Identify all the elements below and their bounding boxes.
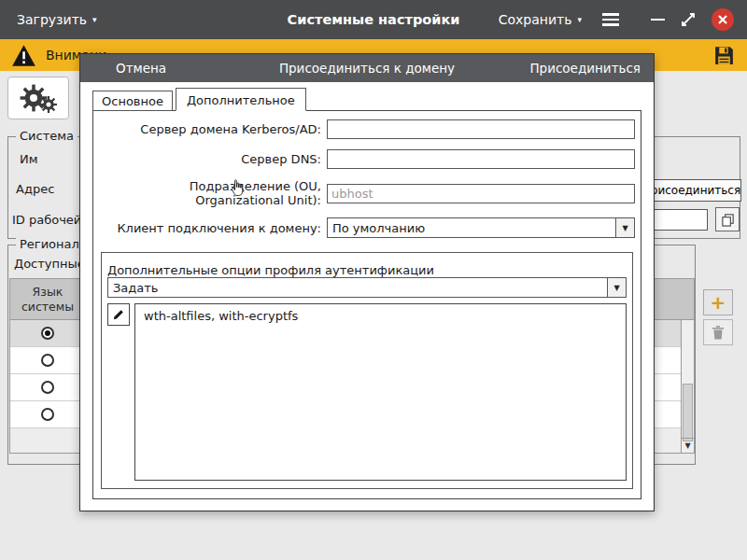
minimize-button[interactable] <box>651 19 665 21</box>
join-button[interactable]: Присоединиться <box>529 61 641 76</box>
chevron-down-icon[interactable]: ▼ <box>615 218 634 237</box>
edit-options-button[interactable] <box>107 303 130 326</box>
gear-icon <box>39 95 58 114</box>
language-radio[interactable] <box>41 408 54 421</box>
ou-input[interactable] <box>327 184 635 203</box>
menu-icon[interactable] <box>602 13 619 26</box>
join-domain-button-partial[interactable]: рисоединиться <box>650 179 741 202</box>
save-file-icon[interactable] <box>712 44 736 67</box>
chevron-down-icon: ▾ <box>92 16 97 24</box>
pencil-icon <box>112 308 125 321</box>
titlebar-actions: Сохранить ▾ <box>499 8 734 31</box>
auth-options-text[interactable]: wth-altfiles, with-ecryptfs <box>134 303 627 481</box>
fullscreen-button[interactable] <box>680 11 697 28</box>
workgroup-id-label: ID рабочей <box>12 213 81 227</box>
delete-language-button[interactable] <box>703 319 733 345</box>
dns-server-label: Сервер DNS: <box>99 152 321 166</box>
join-domain-dialog: Отмена Присоединиться к домену Присоедин… <box>79 53 655 511</box>
chevron-down-icon: ▾ <box>577 16 582 24</box>
save-menu-button[interactable]: Сохранить ▾ <box>499 12 582 27</box>
auth-options-row: wth-altfiles, with-ecryptfs <box>107 303 627 481</box>
tab-basic[interactable]: Основное <box>92 91 173 111</box>
ou-label: Подразделение (OU, Organizational Unit): <box>99 179 321 207</box>
tab-bar: Основное Дополнительное <box>92 88 641 111</box>
dns-server-input[interactable] <box>327 149 635 169</box>
dialog-titlebar: Отмена Присоединиться к домену Присоедин… <box>80 54 654 82</box>
language-column-header: Язык системы <box>10 285 85 314</box>
kerberos-server-label: Сервер домена Kerberos/AD: <box>99 122 321 136</box>
form-row: Сервер DNS: <box>99 149 635 169</box>
form-row: Сервер домена Kerberos/AD: <box>99 119 635 139</box>
auth-mode-value: Задать <box>108 281 607 295</box>
form-row: Подразделение (OU, Organizational Unit): <box>99 179 635 207</box>
scrollbar-down-button[interactable]: ▼ <box>682 438 694 453</box>
chevron-down-icon[interactable]: ▼ <box>607 278 626 297</box>
copy-button[interactable] <box>715 207 740 231</box>
expand-icon <box>680 11 697 28</box>
tab-advanced[interactable]: Дополнительное <box>176 88 306 111</box>
save-label: Сохранить <box>499 12 572 27</box>
auth-options-groupbox: Дополнительные опции профиля аутентифика… <box>101 252 633 489</box>
domain-client-label: Клиент подключения к домену: <box>99 221 321 235</box>
address-label: Адрес <box>16 182 54 196</box>
trash-icon <box>712 325 725 340</box>
kerberos-server-input[interactable] <box>327 119 635 139</box>
system-legend: Система <box>16 129 78 143</box>
warning-icon <box>11 44 36 67</box>
settings-gears-icon <box>7 77 69 119</box>
load-label: Загрузить <box>17 12 87 27</box>
cancel-button[interactable]: Отмена <box>116 61 166 76</box>
domain-client-select[interactable]: По умолчанию ▼ <box>327 217 635 238</box>
auth-options-legend: Дополнительные опции профиля аутентифика… <box>107 263 627 277</box>
tab-content: Сервер домена Kerberos/AD: Сервер DNS: П… <box>92 110 641 499</box>
language-radio[interactable] <box>41 381 54 394</box>
app-titlebar: Загрузить ▾ Системные настройки Сохранит… <box>0 0 747 39</box>
language-radio-selected[interactable] <box>41 327 54 340</box>
auth-mode-select[interactable]: Задать ▼ <box>107 277 627 298</box>
table-scrollbar[interactable]: ▼ <box>681 320 694 453</box>
domain-client-value: По умолчанию <box>328 221 615 235</box>
app-title: Системные настройки <box>288 12 460 27</box>
name-label: Им <box>20 152 38 166</box>
add-language-button[interactable]: + <box>703 289 733 315</box>
language-radio[interactable] <box>41 354 54 367</box>
form-row: Клиент подключения к домену: По умолчани… <box>99 217 635 238</box>
close-icon <box>717 14 728 25</box>
dialog-title: Присоединиться к домену <box>279 61 455 76</box>
close-button[interactable] <box>712 8 734 31</box>
copy-icon <box>721 213 735 227</box>
scrollbar-thumb[interactable] <box>683 384 693 441</box>
load-menu-button[interactable]: Загрузить ▾ <box>17 12 97 27</box>
dialog-body: Основное Дополнительное Сервер домена Ke… <box>80 82 654 511</box>
